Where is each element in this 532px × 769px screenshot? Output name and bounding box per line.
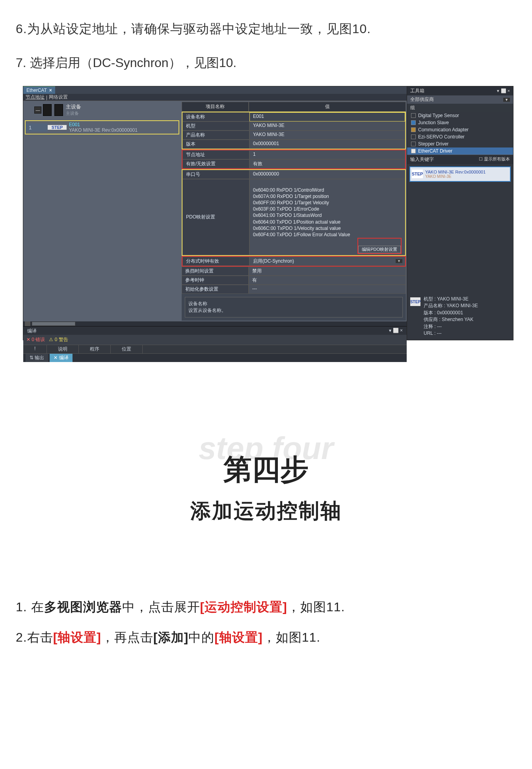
toolbox-panel: 工具箱 ▾ ⬜ × 全部供应商 ▼ 组 Digital Type Sensor … <box>407 86 513 340</box>
list-item[interactable]: Communication Adapter <box>407 126 513 133</box>
sensor-icon <box>411 113 416 118</box>
dc-synchron-select[interactable]: 启用(DC-Synchron) <box>253 258 294 264</box>
prop-node-address[interactable]: 节点地址 1 <box>182 150 405 159</box>
keyword-input-label: 输入关键字 ☐ 显示所有版本 <box>407 155 513 164</box>
prop-device-name: 设备名称 E001 <box>182 112 405 121</box>
node-address-input[interactable]: 1 <box>249 150 405 159</box>
editor-tab-bar: EtherCAT × <box>23 86 407 94</box>
master-label: 主设备 <box>66 103 81 110</box>
device-type-list: Digital Type Sensor Junction Slave Commu… <box>407 112 513 155</box>
footer-tab-bar: ⇅ 输出 ✕ 编译 <box>23 354 407 362</box>
horizontal-scrollbar[interactable] <box>23 321 407 326</box>
adapter-icon <box>411 127 416 132</box>
error-count: ✕ 0 错误 <box>26 336 45 343</box>
compile-panel-title: 编译 <box>27 328 37 334</box>
tab-label: EtherCAT <box>26 88 47 93</box>
property-help: 设备名称 设置从设备名称。 <box>185 297 403 317</box>
list-item[interactable]: Stepper Driver <box>407 140 513 147</box>
topology-tree: — 主设备 主设备 1 STEP <box>23 101 181 321</box>
step-icon: STEP <box>48 125 67 130</box>
toolbox-title: 工具箱 <box>410 88 424 94</box>
output-columns: ! 说明 程序 位置 <box>23 345 407 354</box>
step-icon: STEP <box>410 297 420 306</box>
instruction-2: 2.右击[轴设置]，再点击[添加]中的[轴设置]，如图11. <box>16 622 516 653</box>
list-item-selected[interactable]: EtherCAT Driver <box>407 147 513 155</box>
slave-name: YAKO MINI-3E Rev:0x00000001 <box>69 127 176 133</box>
doc-step-7: 7. 选择启用（DC-Synchron），见图10. <box>16 54 516 72</box>
error-summary-row: ✕ 0 错误 ⚠ 0 警告 <box>23 335 407 345</box>
doc-step-6: 6.为从站设定地址，请确保与驱动器中设定地址一致，见图10. <box>16 18 516 39</box>
group-header: 组 <box>407 104 513 112</box>
device-card[interactable]: STEP YAKO MINI-3E Rev:0x0000001 YAKO MIN… <box>409 166 511 182</box>
warning-count: ⚠ 0 警告 <box>49 336 68 343</box>
instruction-block: 1. 在多视图浏览器中，点击展开[运动控制设置]，如图11. 2.右击[轴设置]… <box>16 592 516 653</box>
list-item[interactable]: Junction Slave <box>407 119 513 126</box>
subtab-node-address[interactable]: 节点地址 <box>26 94 45 101</box>
driver-icon <box>411 149 416 153</box>
stepper-icon <box>411 142 416 146</box>
collapse-icon[interactable]: — <box>34 106 41 114</box>
show-all-versions-checkbox[interactable]: ☐ 显示所有版本 <box>479 156 510 162</box>
device-detail: STEP 机型 : YAKO MINI-3E 产品名称 : YAKO MINI-… <box>407 293 513 340</box>
scroll-thumb[interactable] <box>32 322 75 326</box>
device-name-input[interactable]: E001 <box>249 112 405 121</box>
scroll-left-icon[interactable] <box>25 321 30 326</box>
controller-icon <box>411 134 416 139</box>
vendor-filter[interactable]: 全部供应商 ▼ <box>407 95 513 104</box>
slave-id: E001 <box>69 122 176 127</box>
ethercat-config-window: EtherCAT × 节点地址 | 网络设置 — <box>23 86 513 340</box>
tab-ethercat[interactable]: EtherCAT × <box>23 86 55 94</box>
master-icon <box>54 104 63 116</box>
subtab-network-settings[interactable]: 网络设置 <box>49 94 68 101</box>
tab-compile[interactable]: ✕ 编译 <box>50 354 72 362</box>
junction-icon <box>411 120 416 125</box>
list-item[interactable]: Digital Type Sensor <box>407 112 513 119</box>
col-header-value: 值 <box>249 102 406 112</box>
step-title-cn: 第四步 <box>16 451 516 489</box>
master-icon <box>43 104 52 116</box>
step-subtitle: 添加运动控制轴 <box>16 497 516 525</box>
subtab-bar: 节点地址 | 网络设置 <box>23 94 407 101</box>
instruction-1: 1. 在多视图浏览器中，点击展开[运动控制设置]，如图11. <box>16 592 516 622</box>
pdo-lines: 0x6040:00 RxPDO 1/ControlWord 0x607A:00 … <box>253 187 350 237</box>
dropdown-icon[interactable]: ▼ <box>503 98 510 102</box>
col-header-name: 项目名称 <box>182 102 249 112</box>
tab-output[interactable]: ⇅ 输出 <box>26 354 48 362</box>
panel-controls[interactable]: ▾ ⬜ × <box>389 328 403 334</box>
edit-pdo-button[interactable]: 编辑PDO映射设置 <box>358 246 401 253</box>
close-icon[interactable]: × <box>49 88 52 93</box>
step-icon: STEP <box>412 170 423 178</box>
slave-number: 1 <box>26 123 48 132</box>
step-four-heading: step four 第四步 添加运动控制轴 <box>16 439 516 525</box>
panel-controls[interactable]: ▾ ⬜ × <box>497 88 510 93</box>
dropdown-icon[interactable]: ▼ <box>396 259 402 263</box>
property-grid: 项目名称 值 设备名称 E001 机型YAKO MINI-3E 产品名称YAKO… <box>182 102 406 321</box>
list-item[interactable]: Ezi-SERVO Controller <box>407 133 513 140</box>
master-sublabel: 主设备 <box>66 110 81 116</box>
figure-10-screenshot: EtherCAT × 节点地址 | 网络设置 — <box>23 86 513 356</box>
prop-pdo-mapping: PDO映射设置 0x6040:00 RxPDO 1/ControlWord 0x… <box>182 179 405 255</box>
slave-node-e001[interactable]: 1 STEP E001 YAKO MINI-3E Rev:0x00000001 <box>25 120 179 134</box>
prop-dc-enable[interactable]: 分布式时钟有效 启用(DC-Synchron) ▼ <box>182 257 405 266</box>
